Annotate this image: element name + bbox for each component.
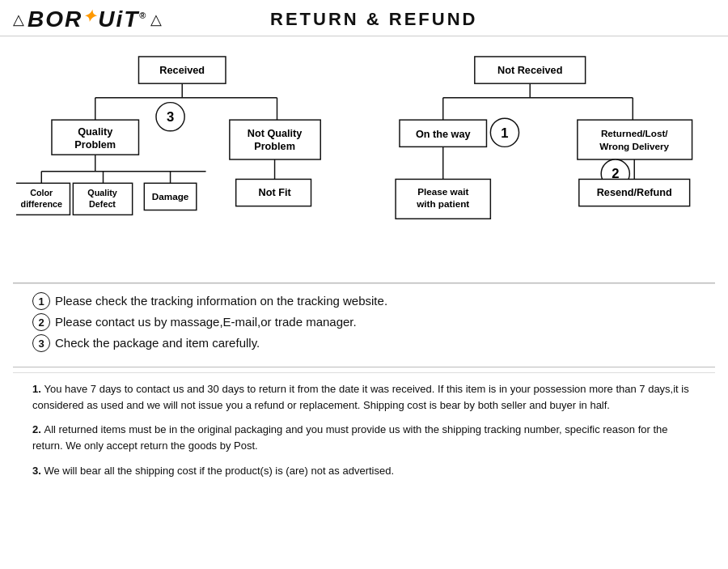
term-item-2: 2. All returned items must be in the ori…	[32, 422, 696, 454]
svg-text:On the way: On the way	[416, 129, 471, 140]
svg-text:Defect: Defect	[89, 199, 116, 209]
svg-text:Resend/Refund: Resend/Refund	[597, 187, 672, 198]
received-label: Received	[159, 65, 205, 76]
right-flow-svg: Not Received On the way 1 Returned/Lost/…	[364, 46, 712, 273]
svg-text:1: 1	[501, 125, 508, 141]
svg-rect-10	[230, 120, 320, 159]
svg-text:Quality: Quality	[87, 188, 116, 197]
arrow-right-icon: △	[150, 11, 162, 28]
brand-logo: BOR✦UiT®	[28, 6, 147, 32]
instructions-section: 1 Please check the tracking information …	[13, 283, 715, 360]
svg-text:Problem: Problem	[74, 139, 116, 151]
term-num-1: 1.	[32, 383, 44, 395]
svg-text:Problem: Problem	[254, 141, 295, 152]
star-icon: ✦	[83, 7, 98, 25]
svg-text:with patient: with patient	[416, 198, 469, 209]
instruction-num-3: 3	[32, 334, 50, 352]
svg-text:Color: Color	[30, 188, 53, 197]
left-flowchart: Received 3 Quality Problem Not Quality P…	[16, 46, 364, 276]
instruction-text-1: Please check the tracking information on…	[55, 294, 387, 308]
term-item-1: 1. You have 7 days to contact us and 30 …	[32, 381, 696, 414]
svg-text:Please wait: Please wait	[417, 186, 468, 197]
instruction-text-2: Please contact us by massage,E-mail,or t…	[55, 315, 357, 329]
left-flow-svg: Received 3 Quality Problem Not Quality P…	[16, 46, 364, 273]
svg-text:Not  Received: Not Received	[497, 65, 562, 76]
instruction-num-1: 1	[32, 292, 50, 310]
term-num-2: 2.	[32, 423, 44, 435]
instruction-item-1: 1 Please check the tracking information …	[32, 292, 696, 310]
svg-text:Wrong Delivery: Wrong Delivery	[599, 141, 669, 151]
svg-text:difference: difference	[21, 199, 62, 209]
term-num-3: 3.	[32, 465, 44, 477]
terms-section: 1. You have 7 days to contact us and 30 …	[13, 372, 715, 497]
svg-text:Not Fit: Not Fit	[258, 187, 291, 198]
instruction-item-2: 2 Please contact us by massage,E-mail,or…	[32, 313, 696, 331]
header: △ BOR✦UiT® △ RETURN & REFUND	[0, 0, 728, 36]
flowchart-section: Received 3 Quality Problem Not Quality P…	[0, 36, 728, 282]
arrow-left-icon: △	[13, 11, 24, 28]
term-item-3: 3. We will bear all the shipping cost if…	[32, 463, 696, 479]
divider-2	[13, 367, 715, 367]
svg-text:Quality: Quality	[78, 126, 112, 138]
instruction-item-3: 3 Check the package and item carefully.	[32, 334, 696, 352]
svg-text:3: 3	[167, 109, 174, 125]
svg-text:Not Quality: Not Quality	[248, 128, 303, 139]
page-title: RETURN & REFUND	[162, 9, 586, 30]
instruction-num-2: 2	[32, 313, 50, 331]
svg-rect-39	[578, 120, 692, 159]
right-flowchart: Not Received On the way 1 Returned/Lost/…	[364, 46, 712, 276]
svg-text:Returned/Lost/: Returned/Lost/	[601, 128, 668, 138]
svg-text:Damage: Damage	[152, 191, 189, 202]
logo-area: △ BOR✦UiT® △	[13, 6, 162, 32]
instruction-text-3: Check the package and item carefully.	[55, 336, 260, 350]
